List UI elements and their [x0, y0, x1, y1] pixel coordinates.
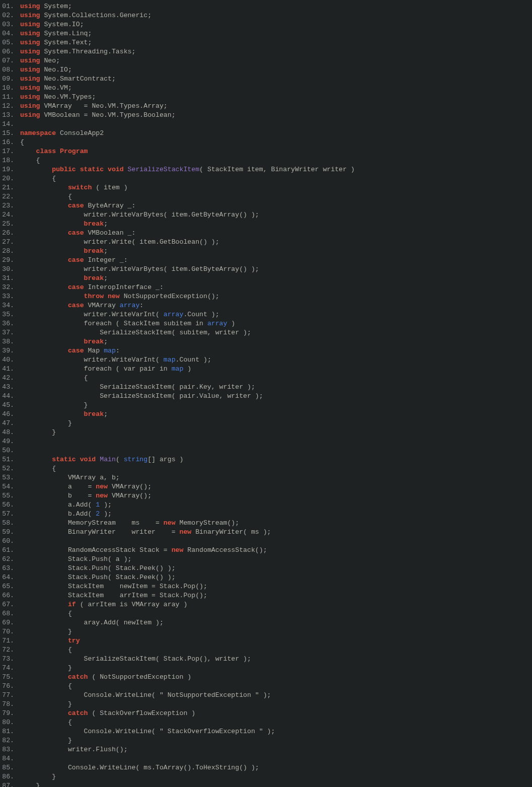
code-line: 62. Stack.Push( a );: [0, 555, 532, 564]
line-number: 08.: [0, 65, 16, 75]
code-token: );: [263, 728, 275, 735]
code-token: BinaryWriter writer =: [20, 528, 180, 536]
code-line: 65. StackItem newItem = Stack.Pop();: [0, 582, 532, 591]
line-number: 45.: [0, 401, 16, 410]
code-line: 09. using Neo.SmartContract;: [0, 75, 532, 84]
code-token: [20, 274, 84, 282]
code-token: {: [20, 465, 56, 472]
line-number: 04.: [0, 29, 16, 38]
code-token: System.Collections.Generic;: [40, 12, 152, 19]
line-number: 82.: [0, 736, 16, 745]
line-number: 27.: [0, 238, 16, 247]
code-token: new: [179, 528, 191, 536]
code-token: {: [20, 610, 72, 617]
code-line: 80. {: [0, 718, 532, 727]
line-number: 39.: [0, 346, 16, 355]
line-number: 46.: [0, 410, 16, 419]
code-token: writer.Flush();: [20, 746, 128, 753]
code-token: :: [116, 347, 120, 354]
line-number: 69.: [0, 618, 16, 627]
code-line: 73. SerializeStackItem( Stack.Pop(), wri…: [0, 655, 532, 664]
code-line: 61. RandomAccessStack Stack = new Random…: [0, 546, 532, 555]
code-token: class Program: [36, 148, 88, 155]
code-token: StackItem arrItem = Stack.Pop();: [20, 592, 207, 599]
line-number: 16.: [0, 138, 16, 147]
code-line: 52. {: [0, 464, 532, 473]
code-token: Neo.VM.Types;: [40, 93, 96, 101]
code-line: 18. {: [0, 156, 532, 165]
code-line: 44. SerializeStackItem( pair.Value, writ…: [0, 392, 532, 401]
code-token: .Count );: [183, 311, 219, 318]
code-token: [20, 637, 68, 645]
code-line: 05. using System.Text;: [0, 38, 532, 47]
code-token: NotSupportedException();: [120, 293, 219, 300]
code-token: {: [20, 157, 40, 164]
code-token: Stack.Push( a );: [20, 555, 132, 563]
code-line: 71. try: [0, 636, 532, 646]
code-token: );: [100, 501, 112, 509]
code-token: ;: [104, 220, 108, 228]
code-token: array: [120, 302, 140, 309]
code-token: ;: [104, 338, 108, 345]
line-number: 14.: [0, 120, 16, 129]
code-token: System.Text;: [40, 39, 92, 46]
code-line: 38. break;: [0, 337, 532, 346]
line-number: 52.: [0, 464, 16, 473]
code-token: a =: [20, 483, 96, 490]
code-token: }: [20, 737, 72, 744]
code-token: using: [20, 57, 40, 64]
code-line: 47. }: [0, 419, 532, 428]
code-token: System;: [40, 3, 72, 10]
line-number: 64.: [0, 573, 16, 582]
code-line: 24. writer.WriteVarBytes( item.GetByteAr…: [0, 210, 532, 220]
code-token: " NotSupportedException ": [160, 691, 259, 699]
code-token: System.Threading.Tasks;: [40, 48, 136, 55]
code-token: MemoryStream();: [176, 519, 240, 527]
line-number: 55.: [0, 491, 16, 500]
code-line: 32. case InteropInterface _:: [0, 283, 532, 292]
line-number: 87.: [0, 781, 16, 787]
code-line: 49.: [0, 437, 532, 446]
code-token: writer.WriteVarBytes( item.GetByteArray(…: [20, 211, 259, 219]
code-token: break: [84, 410, 104, 418]
code-token: }: [20, 773, 56, 780]
code-token: [20, 283, 68, 291]
code-line: 85. Console.WriteLine( ms.ToArray().ToHe…: [0, 763, 532, 772]
code-token: public static void: [52, 166, 123, 173]
code-token: }: [20, 628, 72, 635]
line-number: 47.: [0, 419, 16, 428]
code-line: 51. static void Main( string[] args ): [0, 455, 532, 464]
code-line: 75. catch ( NotSupportedException ): [0, 673, 532, 682]
code-line: 41. foreach ( var pair in map ): [0, 365, 532, 374]
line-number: 06.: [0, 47, 16, 56]
line-number: 41.: [0, 365, 16, 374]
line-number: 63.: [0, 564, 16, 573]
line-number: 67.: [0, 600, 16, 609]
code-token: using: [20, 84, 40, 92]
code-line: 26. case VMBoolean _:: [0, 229, 532, 238]
code-token: }: [20, 428, 56, 436]
code-line: 08. using Neo.IO;: [0, 65, 532, 75]
code-token: map: [172, 365, 184, 373]
code-token: Neo.SmartContract;: [40, 75, 116, 83]
code-token: SerializeStackItem( subitem, writer );: [20, 329, 251, 336]
code-token: using: [20, 102, 40, 110]
code-token: {: [20, 646, 72, 654]
line-number: 76.: [0, 682, 16, 691]
code-token: writer.WriteVarInt(: [20, 311, 164, 318]
line-number: 13.: [0, 111, 16, 120]
code-token: Stack.Push( Stack.Peek() );: [20, 564, 176, 572]
code-token: Neo;: [40, 57, 60, 64]
code-token: ;: [104, 410, 108, 418]
line-number: 05.: [0, 38, 16, 47]
line-number: 73.: [0, 655, 16, 664]
code-line: 31. break;: [0, 274, 532, 283]
line-number: 58.: [0, 519, 16, 528]
code-line: 54. a = new VMArray();: [0, 482, 532, 491]
code-token: [20, 302, 68, 309]
line-number: 85.: [0, 763, 16, 772]
code-line: 29. case Integer _:: [0, 256, 532, 265]
code-line: 11. using Neo.VM.Types;: [0, 93, 532, 102]
code-token: [20, 229, 68, 237]
line-number: 03.: [0, 20, 16, 29]
